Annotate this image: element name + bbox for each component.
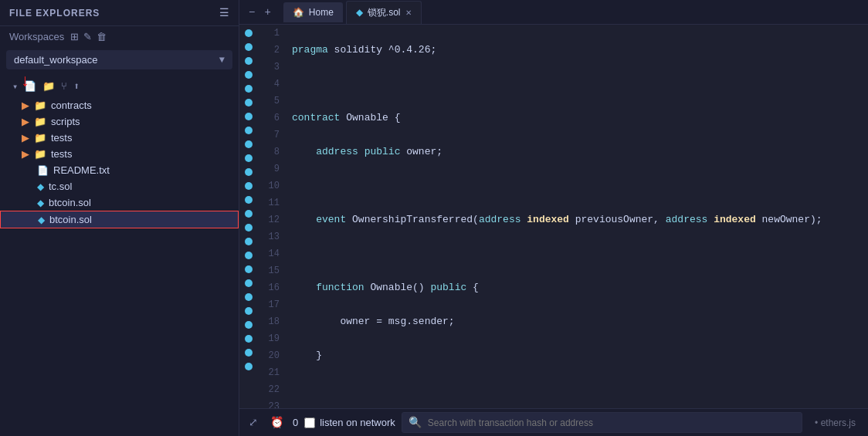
- line-dot-18: [245, 265, 253, 273]
- add-workspace-icon[interactable]: ⊞: [70, 31, 79, 42]
- line-numbers: 1 2 3 4 5 6 7 8 9 10 11 12 13 14 15 16 1: [258, 25, 286, 408]
- ln-2: 2: [264, 42, 280, 59]
- line-indicators: [239, 25, 258, 408]
- github-icon[interactable]: ⑂: [61, 81, 67, 93]
- sidebar-menu-icon[interactable]: ☰: [219, 6, 229, 19]
- file-tree-root-row: ▾ 📄 📁 ⑂ ⬆: [0, 76, 239, 97]
- tests-label: tests: [51, 132, 72, 144]
- expand-icon[interactable]: ⤢: [246, 414, 261, 431]
- collapse-all-icon[interactable]: ▾: [12, 81, 18, 93]
- workspaces-label: Workspaces: [9, 31, 64, 42]
- scripts-folder-icon: 📁: [34, 116, 46, 127]
- transaction-search-input[interactable]: [428, 417, 795, 428]
- app-container: FILE EXPLORERS ☰ Workspaces ⊞ ✎ 🗑 defaul…: [0, 0, 868, 436]
- scripts-label: scripts: [51, 116, 80, 127]
- ln-21: 21: [264, 364, 280, 381]
- code-line-4: address public owner;: [292, 144, 862, 161]
- artifacts-label: tests: [51, 148, 72, 160]
- code-content: pragma solidity ^0.4.26; contract Ownabl…: [286, 25, 868, 408]
- tab-close-button[interactable]: ✕: [405, 8, 412, 17]
- tc-sol-file-icon: ◆: [37, 181, 44, 192]
- ln-7: 7: [264, 127, 280, 144]
- delete-workspace-icon[interactable]: 🗑: [97, 31, 107, 42]
- line-dot-4: [245, 71, 253, 79]
- clock-icon[interactable]: ⏰: [267, 414, 287, 431]
- workspaces-row: Workspaces ⊞ ✎ 🗑: [0, 26, 239, 47]
- listen-network-area: listen on network: [304, 417, 395, 428]
- home-tab-icon: 🏠: [293, 7, 304, 18]
- tree-item-tc-sol[interactable]: ◆ tc.sol: [0, 178, 239, 194]
- new-folder-icon[interactable]: 📁: [42, 80, 55, 93]
- workspace-dropdown-icon: ▼: [219, 55, 225, 66]
- tree-item-scripts[interactable]: ▶ 📁 scripts: [0, 113, 239, 130]
- lockfile-sol-file-icon: ◆: [38, 215, 45, 225]
- tests-folder-icon: 📁: [34, 132, 46, 144]
- listen-network-label: listen on network: [320, 417, 395, 428]
- lockfile-tab-label: 锁猊.sol: [368, 6, 401, 19]
- main-area: FILE EXPLORERS ☰ Workspaces ⊞ ✎ 🗑 defaul…: [0, 0, 868, 436]
- line-dot-12: [245, 182, 253, 190]
- tree-item-lockfile-sol[interactable]: ◆ btcoin.sol: [0, 211, 239, 228]
- tab-home[interactable]: 🏠 Home: [283, 2, 343, 22]
- ln-1: 1: [264, 25, 280, 42]
- line-dot-16: [245, 238, 253, 245]
- code-editor[interactable]: 1 2 3 4 5 6 7 8 9 10 11 12 13 14 15 16 1: [239, 25, 868, 408]
- tree-item-contracts[interactable]: ▶ 📁 contracts: [0, 97, 239, 113]
- line-dot-24: [245, 349, 253, 357]
- workspace-selector[interactable]: default_workspace ▼ ↑: [6, 50, 232, 69]
- btcoin-sol-label: btcoin.sol: [49, 197, 91, 208]
- code-line-1: pragma solidity ^0.4.26;: [292, 42, 862, 59]
- ln-15: 15: [264, 262, 280, 279]
- zoom-in-button[interactable]: +: [261, 5, 273, 20]
- tree-item-btcoin-sol[interactable]: ◆ btcoin.sol: [0, 194, 239, 211]
- ln-8: 8: [264, 144, 280, 161]
- bottom-bar: ⤢ ⏰ 0 listen on network 🔍 • ethers.js: [239, 408, 868, 436]
- tree-item-tests[interactable]: ▶ 📁 tests: [0, 130, 239, 146]
- zoom-out-button[interactable]: −: [246, 5, 258, 20]
- search-area[interactable]: 🔍: [402, 412, 802, 433]
- line-dot-19: [245, 279, 253, 287]
- line-dot-1: [245, 29, 253, 37]
- code-line-11: [292, 381, 862, 398]
- contracts-label: contracts: [51, 100, 92, 111]
- readme-file-icon: 📄: [37, 165, 49, 176]
- code-line-5: [292, 177, 862, 194]
- line-dot-26: [245, 377, 253, 384]
- line-dot-11: [245, 168, 253, 176]
- line-dot-15: [245, 224, 253, 232]
- tab-lockfile-sol[interactable]: ◆ 锁猊.sol ✕: [346, 1, 422, 24]
- ln-5: 5: [264, 93, 280, 110]
- tree-item-readme[interactable]: 📄 README.txt: [0, 162, 239, 178]
- ln-18: 18: [264, 313, 280, 330]
- code-line-6: event OwnershipTransferred(address index…: [292, 211, 862, 228]
- home-tab-label: Home: [309, 7, 334, 18]
- line-dot-8: [245, 127, 253, 134]
- tc-sol-label: tc.sol: [49, 181, 72, 192]
- ln-11: 11: [264, 194, 280, 211]
- upload-icon[interactable]: ⬆: [73, 80, 80, 93]
- folder-icon: ▶: [22, 100, 29, 111]
- search-icon: 🔍: [409, 416, 422, 429]
- line-dot-23: [245, 335, 253, 343]
- line-dot-6: [245, 99, 253, 106]
- ln-22: 22: [264, 381, 280, 398]
- ln-19: 19: [264, 330, 280, 347]
- ethers-label: • ethers.js: [809, 416, 862, 430]
- contracts-folder-icon: 📁: [34, 100, 46, 111]
- sidebar-header: FILE EXPLORERS ☰: [0, 0, 239, 26]
- code-line-2: [292, 76, 862, 93]
- folder-icon: ▶: [22, 148, 29, 160]
- line-dot-20: [245, 293, 253, 301]
- line-dot-22: [245, 321, 253, 329]
- tree-item-artifacts[interactable]: ▶ 📁 tests: [0, 146, 239, 162]
- ln-6: 6: [264, 110, 280, 127]
- code-line-10: }: [292, 347, 862, 364]
- sidebar-title: FILE EXPLORERS: [9, 8, 100, 19]
- readme-label: README.txt: [53, 164, 110, 176]
- sidebar: FILE EXPLORERS ☰ Workspaces ⊞ ✎ 🗑 defaul…: [0, 0, 239, 436]
- folder-icon: ▶: [22, 116, 29, 127]
- line-dot-3: [245, 57, 253, 65]
- edit-workspace-icon[interactable]: ✎: [83, 31, 92, 42]
- listen-network-checkbox[interactable]: [304, 417, 315, 428]
- ln-17: 17: [264, 296, 280, 313]
